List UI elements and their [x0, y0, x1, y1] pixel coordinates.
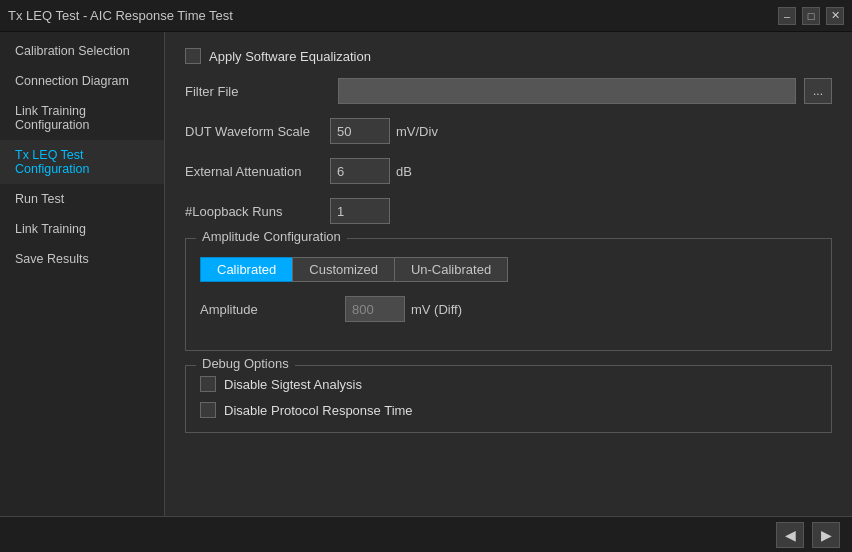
- disable-sigtest-checkbox[interactable]: [200, 376, 216, 392]
- amplitude-unit: mV (Diff): [411, 302, 462, 317]
- sidebar-item-run-test[interactable]: Run Test: [0, 184, 164, 214]
- un-calibrated-button[interactable]: Un-Calibrated: [394, 257, 508, 282]
- external-attenuation-row: External Attenuation dB: [185, 158, 832, 184]
- debug-options-box: Debug Options Disable Sigtest Analysis D…: [185, 365, 832, 433]
- sidebar-item-tx-leq-test-configuration[interactable]: Tx LEQ Test Configuration: [0, 140, 164, 184]
- minimize-button[interactable]: –: [778, 7, 796, 25]
- bottom-bar: ◀ ▶: [0, 516, 852, 552]
- content-area: Apply Software Equalization Filter File …: [165, 32, 852, 516]
- filter-file-label: Filter File: [185, 84, 330, 99]
- forward-button[interactable]: ▶: [812, 522, 840, 548]
- apply-software-equalization-label: Apply Software Equalization: [209, 49, 371, 64]
- disable-protocol-label: Disable Protocol Response Time: [224, 403, 413, 418]
- calibrated-button[interactable]: Calibrated: [200, 257, 292, 282]
- dut-waveform-scale-label: DUT Waveform Scale: [185, 124, 330, 139]
- debug-options-legend: Debug Options: [196, 356, 295, 371]
- browse-button[interactable]: ...: [804, 78, 832, 104]
- disable-protocol-checkbox[interactable]: [200, 402, 216, 418]
- back-button[interactable]: ◀: [776, 522, 804, 548]
- loopback-runs-input[interactable]: [330, 198, 390, 224]
- apply-software-equalization-row: Apply Software Equalization: [185, 48, 832, 64]
- dut-waveform-scale-unit: mV/Div: [396, 124, 438, 139]
- dut-waveform-scale-row: DUT Waveform Scale mV/Div: [185, 118, 832, 144]
- amplitude-configuration-legend: Amplitude Configuration: [196, 229, 347, 244]
- sidebar-item-link-training-configuration[interactable]: Link Training Configuration: [0, 96, 164, 140]
- maximize-button[interactable]: □: [802, 7, 820, 25]
- sidebar-item-save-results[interactable]: Save Results: [0, 244, 164, 274]
- amplitude-button-group: Calibrated Customized Un-Calibrated: [200, 257, 817, 282]
- external-attenuation-label: External Attenuation: [185, 164, 330, 179]
- external-attenuation-input[interactable]: [330, 158, 390, 184]
- title-bar: Tx LEQ Test - AIC Response Time Test – □…: [0, 0, 852, 32]
- amplitude-label: Amplitude: [200, 302, 345, 317]
- dut-waveform-scale-input[interactable]: [330, 118, 390, 144]
- sidebar: Calibration Selection Connection Diagram…: [0, 32, 165, 516]
- filter-file-row: Filter File ...: [185, 78, 832, 104]
- disable-protocol-row: Disable Protocol Response Time: [200, 402, 817, 418]
- loopback-runs-label: #Loopback Runs: [185, 204, 330, 219]
- customized-button[interactable]: Customized: [292, 257, 394, 282]
- main-layout: Calibration Selection Connection Diagram…: [0, 32, 852, 516]
- sidebar-item-link-training[interactable]: Link Training: [0, 214, 164, 244]
- loopback-runs-row: #Loopback Runs: [185, 198, 832, 224]
- window-title: Tx LEQ Test - AIC Response Time Test: [8, 8, 233, 23]
- disable-sigtest-label: Disable Sigtest Analysis: [224, 377, 362, 392]
- amplitude-row: Amplitude mV (Diff): [200, 296, 817, 322]
- sidebar-item-calibration-selection[interactable]: Calibration Selection: [0, 36, 164, 66]
- amplitude-input[interactable]: [345, 296, 405, 322]
- filter-file-input[interactable]: [338, 78, 796, 104]
- apply-software-equalization-checkbox[interactable]: [185, 48, 201, 64]
- window-controls: – □ ✕: [778, 7, 844, 25]
- disable-sigtest-row: Disable Sigtest Analysis: [200, 376, 817, 392]
- external-attenuation-unit: dB: [396, 164, 412, 179]
- amplitude-configuration-box: Amplitude Configuration Calibrated Custo…: [185, 238, 832, 351]
- sidebar-item-connection-diagram[interactable]: Connection Diagram: [0, 66, 164, 96]
- close-button[interactable]: ✕: [826, 7, 844, 25]
